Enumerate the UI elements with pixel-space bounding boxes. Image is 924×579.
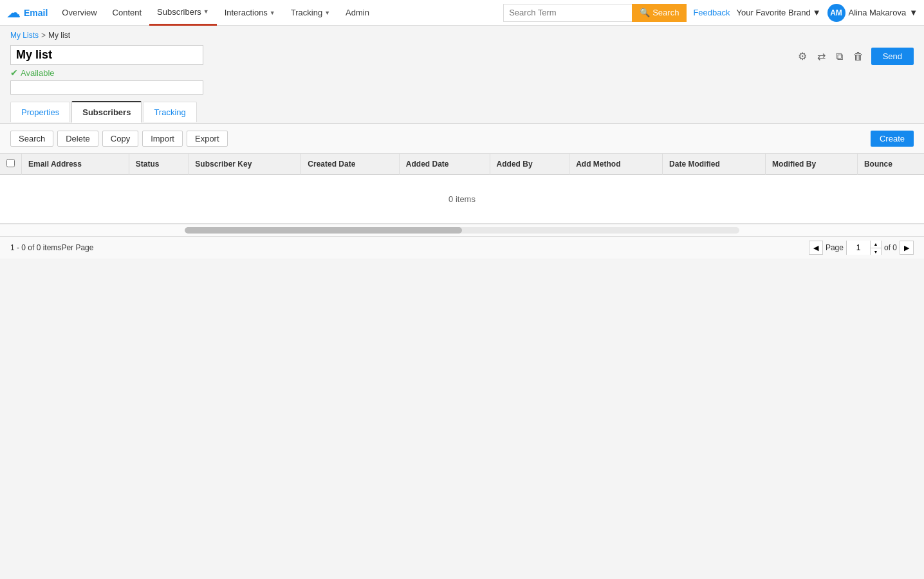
tab-subscribers[interactable]: Subscribers — [71, 101, 142, 123]
cloud-icon: ☁ — [6, 5, 21, 21]
search-area: 🔍 Search — [503, 4, 687, 22]
bounce-header: Bounce — [857, 154, 924, 175]
top-navigation: ☁ Email Overview Content Subscribers ▼ I… — [0, 0, 924, 26]
subscriber-key-header: Subscriber Key — [189, 154, 301, 175]
breadcrumb-parent[interactable]: My Lists — [10, 31, 39, 40]
search-toolbar-button[interactable]: Search — [10, 131, 53, 147]
nav-item-subscribers[interactable]: Subscribers ▼ — [149, 0, 217, 26]
app-name: Email — [24, 8, 48, 18]
tab-properties[interactable]: Properties — [10, 102, 70, 122]
brand-selector[interactable]: Your Favorite Brand ▼ — [737, 8, 821, 17]
table-header-row: Email Address Status Subscriber Key Crea… — [0, 154, 924, 175]
page-input[interactable] — [847, 241, 870, 255]
search-input[interactable] — [503, 4, 632, 22]
nav-item-admin[interactable]: Admin — [338, 0, 377, 26]
user-avatar: AM — [827, 4, 845, 22]
delete-toolbar-button[interactable]: Delete — [57, 131, 98, 147]
page-title-input[interactable] — [10, 45, 203, 65]
copy-page-icon: ⧉ — [836, 51, 843, 62]
select-all-checkbox[interactable] — [6, 159, 15, 167]
subscribers-arrow-icon: ▼ — [203, 8, 209, 15]
delete-page-button[interactable]: 🗑 — [851, 50, 866, 64]
total-pages-label: of 0 — [884, 243, 897, 252]
page-up-button[interactable]: ▲ — [871, 241, 881, 248]
breadcrumb-separator: > — [41, 31, 46, 40]
filter-icon: ⚙ — [798, 50, 807, 62]
search-icon: 🔍 — [640, 8, 650, 17]
items-range: 1 - 0 of 0 itemsPer Page — [10, 243, 93, 252]
table-footer: 1 - 0 of 0 itemsPer Page ◀ Page ▲ ▼ of 0… — [0, 236, 924, 259]
table-wrapper: Email Address Status Subscriber Key Crea… — [0, 154, 924, 224]
brand-dropdown-icon: ▼ — [813, 8, 821, 17]
nav-item-interactions[interactable]: Interactions ▼ — [217, 0, 283, 26]
nav-item-overview[interactable]: Overview — [54, 0, 104, 26]
page-spinner: ▲ ▼ — [870, 241, 881, 255]
interactions-arrow-icon: ▼ — [270, 10, 275, 16]
nav-item-content[interactable]: Content — [105, 0, 150, 26]
columns-button[interactable]: ⇄ — [815, 49, 828, 64]
added-date-header: Added Date — [399, 154, 490, 175]
scroll-thumb — [185, 227, 462, 234]
user-menu[interactable]: AM Alina Makarova ▼ — [827, 4, 918, 22]
search-button[interactable]: 🔍 Search — [632, 4, 687, 22]
breadcrumb: My Lists > My list — [10, 31, 914, 40]
table-toolbar: Search Delete Copy Import Export Create — [0, 124, 924, 154]
tab-tracking[interactable]: Tracking — [143, 102, 196, 122]
user-dropdown-icon: ▼ — [909, 8, 918, 17]
prev-page-button[interactable]: ◀ — [809, 241, 823, 255]
created-date-header: Created Date — [301, 154, 400, 175]
page-down-button[interactable]: ▼ — [871, 248, 881, 255]
scroll-area[interactable] — [0, 224, 924, 236]
nav-right: Feedback Your Favorite Brand ▼ AM Alina … — [693, 4, 918, 22]
status-header: Status — [129, 154, 189, 175]
page-input-group: ▲ ▼ — [846, 241, 882, 255]
columns-icon: ⇄ — [817, 50, 826, 62]
feedback-link[interactable]: Feedback — [693, 8, 730, 17]
breadcrumb-current: My list — [48, 31, 70, 40]
scroll-track — [185, 227, 739, 234]
tracking-arrow-icon: ▼ — [324, 10, 330, 16]
page-label: Page — [826, 243, 844, 252]
nav-items: Overview Content Subscribers ▼ Interacti… — [54, 0, 503, 26]
main-content: Search Delete Copy Import Export Create … — [0, 124, 924, 259]
tabs: Properties Subscribers Tracking — [10, 101, 914, 123]
page-header: ✔ Available ⚙ ⇄ ⧉ 🗑 Send — [10, 45, 914, 95]
added-by-header: Added By — [490, 154, 569, 175]
checkbox-header — [0, 154, 22, 175]
brand-logo[interactable]: ☁ Email — [6, 5, 48, 21]
empty-state-row: 0 items — [0, 175, 924, 224]
import-toolbar-button[interactable]: Import — [142, 131, 183, 147]
page-subtitle-input[interactable] — [10, 80, 203, 95]
sub-header: My Lists > My list ✔ Available ⚙ ⇄ ⧉ 🗑 — [0, 26, 924, 124]
nav-item-tracking[interactable]: Tracking ▼ — [283, 0, 338, 26]
page-title-area: ✔ Available — [10, 45, 789, 95]
modified-by-header: Modified By — [766, 154, 858, 175]
empty-state-message: 0 items — [0, 175, 924, 224]
pagination: ◀ Page ▲ ▼ of 0 ▶ — [809, 241, 914, 255]
copy-page-button[interactable]: ⧉ — [833, 50, 845, 64]
send-button[interactable]: Send — [871, 48, 914, 65]
email-address-header: Email Address — [22, 154, 129, 175]
status-badge: ✔ Available — [10, 68, 789, 78]
export-toolbar-button[interactable]: Export — [187, 131, 228, 147]
filter-button[interactable]: ⚙ — [795, 49, 809, 64]
add-method-header: Add Method — [569, 154, 663, 175]
status-text: Available — [21, 68, 55, 78]
status-check-icon: ✔ — [10, 68, 18, 78]
create-button[interactable]: Create — [871, 131, 914, 147]
copy-toolbar-button[interactable]: Copy — [102, 131, 138, 147]
page-header-right: ⚙ ⇄ ⧉ 🗑 Send — [795, 45, 914, 65]
date-modified-header: Date Modified — [663, 154, 766, 175]
delete-page-icon: 🗑 — [853, 51, 864, 62]
next-page-button[interactable]: ▶ — [900, 241, 914, 255]
subscribers-table: Email Address Status Subscriber Key Crea… — [0, 154, 924, 223]
